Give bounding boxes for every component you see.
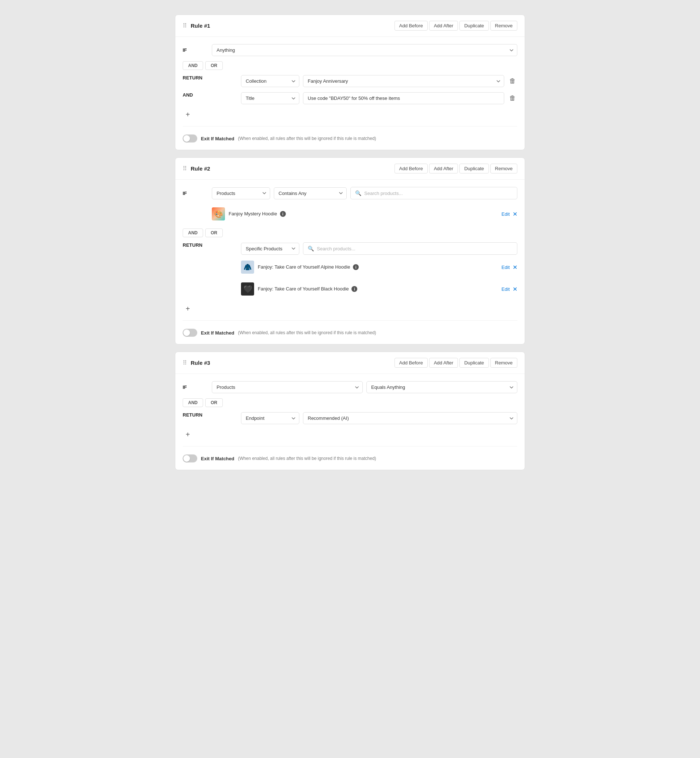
rule-2-add-condition-button[interactable]: + <box>183 304 193 314</box>
rule-1-title-group: ⠿ Rule #1 <box>183 22 210 29</box>
rule-1-duplicate-button[interactable]: Duplicate <box>459 21 489 31</box>
rule-2-exit-label: Exit If Matched <box>201 330 234 335</box>
rule-2-toggle-slider <box>183 329 197 337</box>
rule-2-if-search-input[interactable] <box>364 190 512 196</box>
rule-2-if-product-0: 🎨 Fanjoy Mystery Hoodie i Edit ✕ <box>212 204 517 223</box>
rule-1-exit-toggle[interactable] <box>183 134 197 142</box>
rule-3-return-selects: Endpoint Recommended (AI) <box>241 412 517 424</box>
rule-2-if-field-select[interactable]: Products <box>212 187 270 199</box>
rule-2-return-selects: Specific Products 🔍 <box>241 242 517 255</box>
rule-2-add-condition-row: + <box>183 304 517 314</box>
rule-2-return-search-input[interactable] <box>317 246 512 251</box>
rule-1-and-block: Title 🗑 <box>241 92 517 104</box>
rule-1-and-value-input[interactable] <box>303 92 504 104</box>
rule-1-and-condition-row: AND Title 🗑 <box>183 92 517 104</box>
rule-2-if-operator-select[interactable]: Contains Any <box>274 187 347 199</box>
rule-3-title: Rule #3 <box>191 360 210 366</box>
rule-3-return-row: RETURN Endpoint Recommended (AI) <box>183 412 517 424</box>
rule-3-toggle-slider <box>183 454 197 462</box>
rule-1-add-after-button[interactable]: Add After <box>429 21 458 31</box>
rule-2-add-after-button[interactable]: Add After <box>429 164 458 173</box>
rule-2-exit-row: Exit If Matched (When enabled, all rules… <box>183 327 517 337</box>
rule-2-return-product-1-edit-button[interactable]: Edit <box>502 287 510 292</box>
rule-2-return-block: Specific Products 🔍 🧥 Fanjoy: Take Care … <box>241 242 517 298</box>
rule-3-remove-button[interactable]: Remove <box>491 358 517 368</box>
rule-1-add-condition-button[interactable]: + <box>183 109 193 120</box>
rule-1-and-label: AND <box>183 92 208 98</box>
rule-1-and-button[interactable]: AND <box>183 61 203 70</box>
rule-2-if-product-0-remove-button[interactable]: ✕ <box>512 211 517 218</box>
rule-2-return-product-0-remove-button[interactable]: ✕ <box>512 264 517 271</box>
rule-3-return-type-select[interactable]: Endpoint <box>241 412 299 424</box>
rule-1-return-value-select[interactable]: Fanjoy Anniversary <box>303 75 504 87</box>
rule-2-header: ⠿ Rule #2 Add Before Add After Duplicate… <box>175 158 525 180</box>
drag-handle-icon[interactable]: ⠿ <box>183 22 187 29</box>
rule-2-if-product-0-info-icon[interactable]: i <box>280 211 286 217</box>
rule-3-if-operator-select[interactable]: Equals Anything <box>366 381 517 393</box>
rule-1-card: ⠿ Rule #1 Add Before Add After Duplicate… <box>175 14 525 150</box>
rule-2-return-type-select[interactable]: Specific Products <box>241 243 299 255</box>
rule-1-add-before-button[interactable]: Add Before <box>394 21 428 31</box>
rule-1-return-label: RETURN <box>183 75 208 81</box>
rule-3-return-value-select[interactable]: Recommended (AI) <box>303 412 517 424</box>
rule-1-exit-label: Exit If Matched <box>201 136 234 141</box>
rule-3-and-button[interactable]: AND <box>183 398 203 407</box>
rule-2-title: Rule #2 <box>191 165 210 172</box>
rule-1-toggle-slider <box>183 134 197 142</box>
rule-3-if-field-select[interactable]: Products <box>212 381 363 393</box>
rule-2-exit-hint: (When enabled, all rules after this will… <box>238 330 376 335</box>
rule-3-or-button[interactable]: OR <box>205 398 223 407</box>
rule-1-remove-button[interactable]: Remove <box>491 21 517 31</box>
rule-2-card: ⠿ Rule #2 Add Before Add After Duplicate… <box>175 158 525 345</box>
rule-2-search-icon: 🔍 <box>355 190 361 196</box>
rule-2-or-button[interactable]: OR <box>205 228 223 237</box>
rule-3-if-label: IF <box>183 384 208 390</box>
rule-1-logic-row: AND OR <box>183 61 517 70</box>
rule-1-return-type-select[interactable]: Collection <box>241 75 299 87</box>
rule-2-return-product-1-thumb: 🖤 <box>241 282 254 296</box>
rule-3-add-condition-button[interactable]: + <box>183 429 193 440</box>
rule-2-duplicate-button[interactable]: Duplicate <box>459 164 489 173</box>
rule-2-return-label: RETURN <box>183 242 208 248</box>
rule-2-return-product-1-info-icon[interactable]: i <box>352 286 357 292</box>
rule-2-return-product-0-info-icon[interactable]: i <box>353 264 359 270</box>
rule-2-if-products-row: 🎨 Fanjoy Mystery Hoodie i Edit ✕ <box>212 204 517 223</box>
rule-2-drag-handle-icon[interactable]: ⠿ <box>183 165 187 172</box>
rule-2-return-product-0-thumb: 🧥 <box>241 260 254 274</box>
rule-3-drag-handle-icon[interactable]: ⠿ <box>183 359 187 366</box>
rule-3-card: ⠿ Rule #3 Add Before Add After Duplicate… <box>175 352 525 470</box>
rule-3-body: IF Products Equals Anything AND OR RETUR… <box>175 374 525 470</box>
rule-2-return-search-icon: 🔍 <box>308 246 314 251</box>
rule-2-if-product-0-edit-button[interactable]: Edit <box>502 211 510 217</box>
rule-2-remove-button[interactable]: Remove <box>491 164 517 173</box>
rule-3-add-after-button[interactable]: Add After <box>429 358 458 368</box>
rule-1-or-button[interactable]: OR <box>205 61 223 70</box>
rule-2-if-product-0-name: Fanjoy Mystery Hoodie i <box>228 211 498 217</box>
rule-2-add-before-button[interactable]: Add Before <box>394 164 428 173</box>
rule-2-if-product-0-actions: Edit ✕ <box>502 211 517 218</box>
rule-3-duplicate-button[interactable]: Duplicate <box>459 358 489 368</box>
rule-3-add-condition-row: + <box>183 429 517 440</box>
rule-2-return-product-1-remove-button[interactable]: ✕ <box>512 286 517 293</box>
rule-2-return-product-0: 🧥 Fanjoy: Take Care of Yourself Alpine H… <box>241 257 517 277</box>
rule-1-if-field-select[interactable]: Anything <box>212 44 517 56</box>
rule-2-exit-toggle[interactable] <box>183 329 197 337</box>
rule-3-return-label: RETURN <box>183 412 208 418</box>
rule-3-add-before-button[interactable]: Add Before <box>394 358 428 368</box>
rule-2-and-button[interactable]: AND <box>183 228 203 237</box>
rule-3-exit-toggle[interactable] <box>183 454 197 462</box>
rule-2-return-product-1-actions: Edit ✕ <box>502 286 517 293</box>
rule-1-return-row: RETURN Collection Fanjoy Anniversary 🗑 <box>183 75 517 87</box>
rule-1-and-delete-button[interactable]: 🗑 <box>508 93 517 103</box>
rule-2-return-product-0-edit-button[interactable]: Edit <box>502 265 510 270</box>
rule-1-title: Rule #1 <box>191 23 210 29</box>
rule-2-if-product-0-thumb: 🎨 <box>212 207 225 220</box>
rule-1-header: ⠿ Rule #1 Add Before Add After Duplicate… <box>175 15 525 37</box>
rule-2-return-product-0-name: Fanjoy: Take Care of Yourself Alpine Hoo… <box>258 264 498 270</box>
rule-1-if-row: IF Anything <box>183 44 517 56</box>
rule-2-return-product-1: 🖤 Fanjoy: Take Care of Yourself Black Ho… <box>241 279 517 298</box>
rule-3-exit-label: Exit If Matched <box>201 456 234 462</box>
rule-1-and-field-select[interactable]: Title <box>241 92 299 104</box>
rule-1-return-delete-button[interactable]: 🗑 <box>508 76 517 86</box>
rule-2-logic-row: AND OR <box>183 228 517 237</box>
